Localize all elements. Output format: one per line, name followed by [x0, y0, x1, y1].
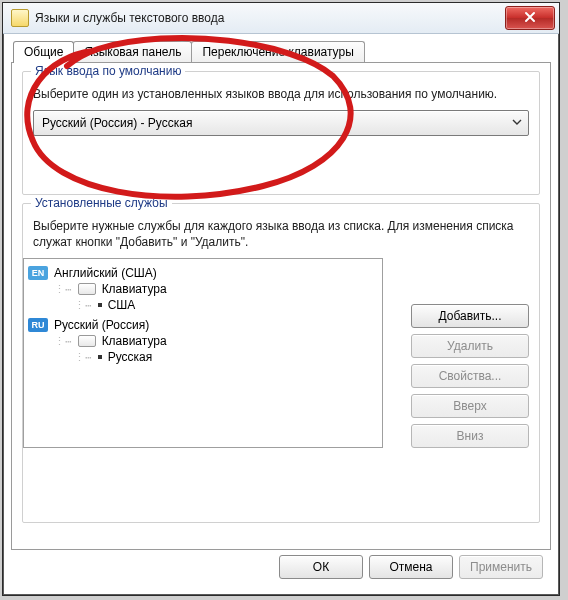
dialog-footer: ОК Отмена Применить [279, 555, 543, 579]
move-down-button[interactable]: Вниз [411, 424, 529, 448]
title-bar: Языки и службы текстового ввода [3, 3, 559, 34]
default-language-value: Русский (Россия) - Русская [42, 116, 192, 130]
group-services-desc: Выберите нужные службы для каждого языка… [33, 218, 529, 250]
tab-keyboard-switch[interactable]: Переключение клавиатуры [191, 41, 364, 63]
move-up-button[interactable]: Вверх [411, 394, 529, 418]
keyboard-icon [78, 283, 96, 295]
tab-language-bar[interactable]: Языковая панель [73, 41, 192, 63]
tab-panel-general: Язык ввода по умолчанию Выберите один из… [11, 62, 551, 550]
lang-badge-ru: RU [28, 318, 48, 332]
tab-general[interactable]: Общие [13, 41, 74, 63]
group-default-title: Язык ввода по умолчанию [31, 64, 185, 78]
app-icon [11, 9, 29, 27]
remove-button[interactable]: Удалить [411, 334, 529, 358]
bullet-icon [98, 355, 102, 359]
close-icon [523, 10, 537, 27]
lang-name-en[interactable]: Английский (США) [54, 266, 157, 280]
add-button[interactable]: Добавить... [411, 304, 529, 328]
window-title: Языки и службы текстового ввода [35, 11, 505, 25]
dialog-window: Языки и службы текстового ввода Общие Яз… [2, 2, 560, 596]
properties-button[interactable]: Свойства... [411, 364, 529, 388]
group-installed-services: Установленные службы Выберите нужные слу… [22, 203, 540, 523]
group-default-desc: Выберите один из установленных языков вв… [33, 86, 529, 102]
cancel-button[interactable]: Отмена [369, 555, 453, 579]
keyboard-icon [78, 335, 96, 347]
tab-strip: Общие Языковая панель Переключение клави… [11, 41, 551, 63]
default-language-dropdown[interactable]: Русский (Россия) - Русская [33, 110, 529, 136]
keyboard-label-en: Клавиатура [102, 282, 167, 296]
group-services-title: Установленные службы [31, 196, 172, 210]
lang-badge-en: EN [28, 266, 48, 280]
apply-button[interactable]: Применить [459, 555, 543, 579]
close-button[interactable] [505, 6, 555, 30]
layout-en[interactable]: США [108, 298, 136, 312]
chevron-down-icon [512, 116, 522, 130]
client-area: Общие Языковая панель Переключение клави… [11, 41, 551, 587]
ok-button[interactable]: ОК [279, 555, 363, 579]
list-item: EN Английский (США) ⋮⋯ Клавиатура ⋮⋯ США [28, 265, 378, 313]
group-default-language: Язык ввода по умолчанию Выберите один из… [22, 71, 540, 195]
list-item: RU Русский (Россия) ⋮⋯ Клавиатура ⋮⋯ Рус… [28, 317, 378, 365]
lang-name-ru[interactable]: Русский (Россия) [54, 318, 149, 332]
services-listbox[interactable]: EN Английский (США) ⋮⋯ Клавиатура ⋮⋯ США [23, 258, 383, 448]
layout-ru[interactable]: Русская [108, 350, 153, 364]
service-buttons: Добавить... Удалить Свойства... Вверх Вн… [411, 304, 529, 448]
keyboard-label-ru: Клавиатура [102, 334, 167, 348]
bullet-icon [98, 303, 102, 307]
